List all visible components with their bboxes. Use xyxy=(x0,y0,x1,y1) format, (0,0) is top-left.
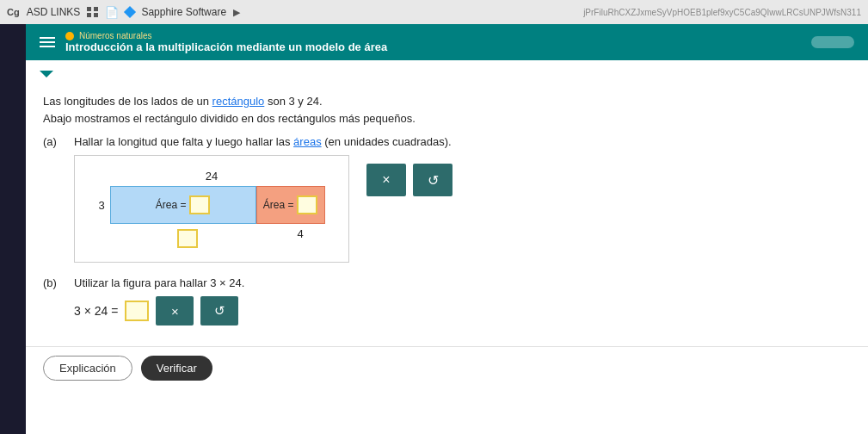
verificar-button[interactable]: Verificar xyxy=(141,356,212,381)
question-b-row: (b) Utilizar la figura para hallar 3 × 2… xyxy=(43,276,851,289)
equation-input[interactable] xyxy=(125,301,149,321)
rect-row: 3 Área = Área = xyxy=(98,186,324,224)
browser-bar: Cg ASD LINKS 📄 Sapphire Software ▶ jPrFi… xyxy=(0,0,868,24)
question-b-label: (b) xyxy=(43,276,67,289)
page-header: Números naturales Introducción a la mult… xyxy=(26,24,868,60)
page-footer: Explicación Verificar xyxy=(26,346,868,389)
salmon-area-label: Área = xyxy=(263,199,294,211)
areas-link[interactable]: áreas xyxy=(293,135,322,148)
equation-text: 3 × 24 = xyxy=(74,304,118,318)
question-a-row: (a) Hallar la longitud que falta y luego… xyxy=(43,135,851,148)
equation-row: 3 × 24 = × ↺ xyxy=(74,296,851,326)
diagram-box: 24 3 Área = Área = xyxy=(74,155,349,263)
doc-icon: 📄 xyxy=(105,6,119,19)
header-text-block: Números naturales Introducción a la mult… xyxy=(65,31,387,53)
bottom-right-label: 4 xyxy=(266,227,335,248)
question-b-text: Utilizar la figura para hallar 3 × 24. xyxy=(74,276,244,289)
sapphire-label[interactable]: Sapphire Software xyxy=(141,6,226,18)
diamond-icon xyxy=(124,6,136,18)
rect-container: 24 3 Área = Área = xyxy=(89,170,335,248)
blue-rectangle: Área = xyxy=(110,186,256,224)
top-number-label: 24 xyxy=(206,170,218,183)
hamburger-menu-icon[interactable] xyxy=(40,37,55,47)
left-panel xyxy=(0,24,26,434)
left-number-label: 3 xyxy=(98,199,104,212)
url-bar-text: jPrFiluRhCXZJxmeSyVpHOEB1plef9xyC5Ca9QIw… xyxy=(583,8,861,17)
salmon-area-input[interactable] xyxy=(297,195,317,214)
header-subtitle: Números naturales xyxy=(79,31,151,40)
undo-button-b[interactable]: ↺ xyxy=(200,296,238,326)
intro-line1: Las longitudes de los lados de un xyxy=(43,95,212,108)
question-a-text: Hallar la longitud que falta y luego hal… xyxy=(74,135,452,148)
action-buttons-a: × ↺ xyxy=(366,164,452,196)
question-a-label: (a) xyxy=(43,135,67,148)
grid-icon xyxy=(87,7,98,18)
chevron-down-icon[interactable] xyxy=(40,71,53,78)
intro-line1b: son 3 y 24. xyxy=(264,95,322,108)
blue-area-input[interactable] xyxy=(189,195,210,214)
part-b: (b) Utilizar la figura para hallar 3 × 2… xyxy=(43,276,851,326)
tab-arrow-icon: ▶ xyxy=(233,7,240,18)
content-body: Las longitudes de los lados de un rectán… xyxy=(26,86,868,346)
rectangles: Área = Área = xyxy=(110,186,325,224)
rectangulo-link[interactable]: rectángulo xyxy=(212,95,265,108)
tab-cg-icon: Cg xyxy=(7,7,20,17)
explicacion-button[interactable]: Explicación xyxy=(43,356,132,381)
bottom-left-input-wrapper xyxy=(109,227,266,248)
header-dot-icon xyxy=(65,32,74,40)
page: Números naturales Introducción a la mult… xyxy=(26,24,868,434)
x-button-b[interactable]: × xyxy=(156,296,194,326)
intro-text: Las longitudes de los lados de un rectán… xyxy=(43,93,851,127)
bottom-left-input[interactable] xyxy=(177,229,198,248)
asd-links-label[interactable]: ASD LINKS xyxy=(27,6,81,18)
blue-area-label: Área = xyxy=(156,199,187,211)
scroll-indicator xyxy=(811,36,854,48)
bottom-labels: 4 xyxy=(89,227,335,248)
header-title: Introducción a la multiplicación mediant… xyxy=(65,40,387,53)
salmon-rectangle: Área = xyxy=(256,186,325,224)
diagram-section: 24 3 Área = Área = xyxy=(74,155,851,263)
chevron-bar xyxy=(26,60,868,86)
intro-line2: Abajo mostramos el rectángulo dividido e… xyxy=(43,112,416,125)
x-button-a[interactable]: × xyxy=(366,164,406,196)
undo-button-a[interactable]: ↺ xyxy=(413,164,452,196)
